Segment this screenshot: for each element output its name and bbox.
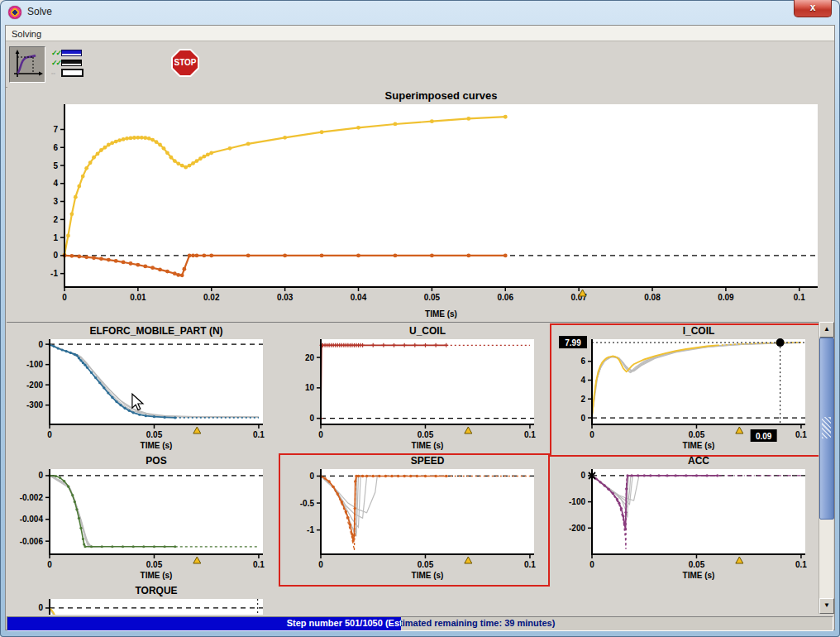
svg-text:0.05: 0.05 (146, 560, 163, 569)
svg-text:Superimposed curves: Superimposed curves (385, 89, 498, 102)
window-title: Solve (27, 6, 52, 17)
chart-speed[interactable]: SPEED0-0.5-100.050.1TIME (s) (279, 454, 546, 582)
solver-steps-button[interactable]: ✓✓ ✓✓ ▫▫ (49, 46, 84, 83)
chart-torque[interactable]: TORQUE000.050.1TIME (s) (8, 584, 274, 615)
svg-text:1: 1 (53, 233, 58, 242)
triangle-down-icon: ▼ (823, 601, 830, 609)
svg-text:0.05: 0.05 (146, 430, 163, 439)
svg-text:TIME (s): TIME (s) (141, 441, 173, 450)
svg-text:0.09: 0.09 (718, 293, 734, 302)
svg-text:0: 0 (589, 560, 594, 569)
chart-u-coil[interactable]: U_COIL0102000.050.1TIME (s) (279, 324, 546, 453)
chart-elforc-mobile-part[interactable]: ELFORC_MOBILE_PART (N)0-100-200-30000.05… (8, 324, 274, 453)
svg-text:-0.5: -0.5 (300, 499, 315, 508)
svg-text:-1: -1 (307, 525, 314, 534)
svg-text:0: 0 (580, 471, 585, 480)
svg-text:10: 10 (305, 383, 315, 392)
svg-text:0.1: 0.1 (253, 560, 265, 569)
svg-text:0: 0 (318, 430, 323, 439)
svg-text:20: 20 (305, 353, 315, 362)
progress-fill: Step number 501/1050 (Estimated remainin… (7, 617, 401, 630)
stop-button[interactable]: STOP (169, 47, 201, 79)
progress-text-inverse: Step number 501/1050 (Estimated remainin… (7, 618, 401, 628)
stop-sign-icon: STOP (171, 49, 199, 77)
svg-text:0.1: 0.1 (794, 293, 805, 302)
svg-text:0.1: 0.1 (795, 560, 807, 569)
svg-text:U_COIL: U_COIL (409, 325, 446, 337)
svg-text:0: 0 (38, 603, 43, 612)
svg-text:0.05: 0.05 (424, 293, 441, 302)
close-button[interactable]: x (794, 0, 832, 17)
menu-bar: Solving (6, 26, 834, 41)
svg-text:0: 0 (47, 430, 52, 439)
svg-text:0: 0 (47, 560, 52, 569)
svg-text:I_COIL: I_COIL (683, 325, 715, 337)
svg-text:-0.002: -0.002 (20, 493, 44, 502)
svg-text:0: 0 (580, 414, 585, 423)
svg-text:4: 4 (580, 376, 585, 385)
svg-text:6: 6 (53, 143, 58, 152)
svg-text:-300: -300 (26, 400, 43, 410)
close-icon: x (810, 2, 816, 13)
svg-text:0.05: 0.05 (418, 430, 434, 439)
svg-text:7.99: 7.99 (565, 338, 581, 347)
svg-text:-200: -200 (569, 524, 585, 533)
svg-text:0: 0 (38, 471, 43, 480)
app-logo-icon (8, 6, 21, 19)
svg-text:0.1: 0.1 (524, 430, 536, 439)
svg-text:-0.004: -0.004 (20, 515, 44, 524)
curves-scroll-area: ELFORC_MOBILE_PART (N)0-100-200-30000.05… (7, 322, 821, 615)
scroll-up-button[interactable]: ▲ (819, 322, 834, 338)
svg-text:0.04: 0.04 (351, 293, 367, 302)
curves-view-button[interactable] (9, 46, 45, 83)
svg-text:0: 0 (309, 472, 314, 481)
svg-text:TIME (s): TIME (s) (683, 571, 715, 580)
checklist-icon: ✓✓ ✓✓ ▫▫ (49, 48, 84, 78)
svg-text:TIME (s): TIME (s) (683, 441, 715, 450)
title-bar[interactable]: Solve x (0, 0, 840, 25)
svg-text:SPEED: SPEED (411, 455, 445, 467)
toolbar: ✓✓ ✓✓ ▫▫ STOP (6, 41, 834, 88)
svg-text:3: 3 (53, 197, 58, 206)
svg-text:-100: -100 (569, 497, 585, 506)
svg-text:0: 0 (589, 430, 594, 439)
client-area: Solving ✓✓ ✓✓ ▫▫ (5, 25, 835, 630)
scroll-down-button[interactable]: ▼ (819, 598, 834, 614)
svg-text:7: 7 (53, 125, 58, 134)
triangle-up-icon: ▲ (823, 325, 830, 333)
svg-text:0.06: 0.06 (498, 293, 514, 302)
svg-text:0.1: 0.1 (524, 560, 536, 569)
chart-i-coil[interactable]: I_COIL024600.050.1TIME (s)7.990.09 (551, 324, 817, 453)
svg-text:0.09: 0.09 (756, 432, 772, 441)
progress-bar: Step number 501/1050 (Estimated remainin… (7, 616, 833, 631)
svg-text:0: 0 (53, 251, 58, 260)
svg-text:0.05: 0.05 (689, 430, 705, 439)
scrollbar-thumb[interactable] (819, 338, 834, 520)
chart-pos[interactable]: POS0-0.002-0.004-0.00600.050.1TIME (s) (8, 454, 274, 582)
svg-text:0.02: 0.02 (203, 293, 220, 302)
svg-text:-200: -200 (26, 381, 43, 390)
svg-text:-100: -100 (26, 360, 43, 369)
curve-plot-icon (10, 47, 45, 82)
svg-text:ELFORC_MOBILE_PART (N): ELFORC_MOBILE_PART (N) (89, 325, 222, 337)
menu-solving[interactable]: Solving (6, 27, 47, 41)
vertical-scrollbar[interactable]: ▲ ▼ (819, 322, 833, 614)
svg-text:6: 6 (580, 357, 585, 366)
svg-text:TIME (s): TIME (s) (412, 441, 444, 450)
svg-text:TIME (s): TIME (s) (141, 571, 173, 580)
svg-text:ACC: ACC (688, 455, 709, 467)
superimposed-curves-chart[interactable]: Superimposed curves-10123456700.010.020.… (7, 87, 834, 321)
chart-acc[interactable]: ACC0-100-20000.050.1TIME (s) (551, 454, 817, 582)
svg-text:0.1: 0.1 (795, 430, 807, 439)
svg-text:4: 4 (53, 179, 58, 188)
svg-text:0.1: 0.1 (253, 430, 265, 439)
svg-text:TIME (s): TIME (s) (425, 309, 457, 318)
svg-text:0.01: 0.01 (130, 293, 146, 302)
svg-text:0: 0 (309, 414, 314, 423)
svg-text:POS: POS (146, 455, 166, 467)
svg-text:TORQUE: TORQUE (135, 585, 177, 596)
svg-text:0: 0 (62, 293, 67, 302)
svg-text:-1: -1 (50, 269, 58, 278)
svg-text:0.08: 0.08 (644, 293, 661, 302)
solve-window: Solve x Solving ✓✓ (0, 0, 840, 637)
